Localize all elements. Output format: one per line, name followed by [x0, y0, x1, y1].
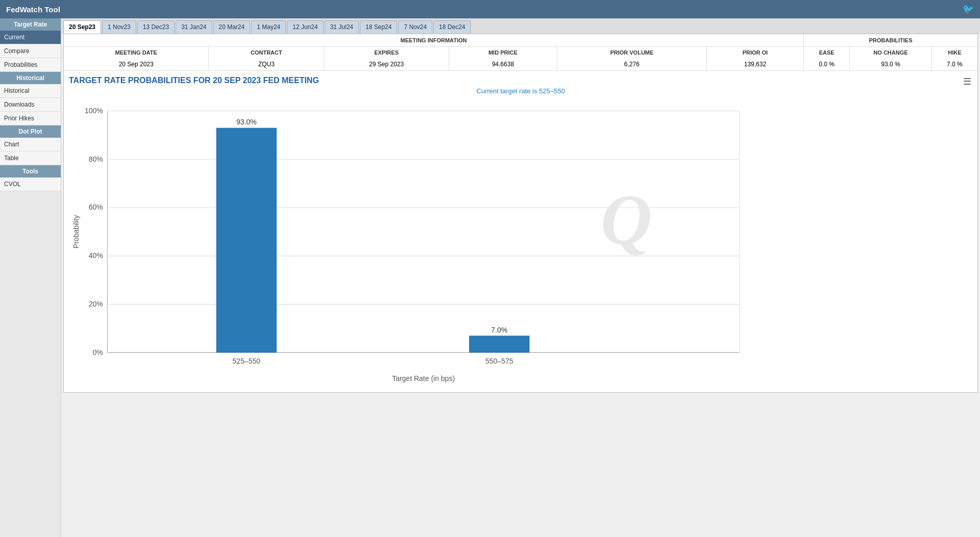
chart-title: TARGET RATE PROBABILITIES FOR 20 SEP 202…	[69, 76, 972, 85]
sidebar-section-header: Dot Plot	[0, 125, 61, 138]
probabilities-section: PROBABILITIES EASENO CHANGEHIKE 0.0 %93.…	[804, 34, 977, 70]
sidebar-item-historical[interactable]: Historical	[0, 84, 61, 98]
svg-text:60%: 60%	[89, 203, 103, 211]
probabilities-table: EASENO CHANGEHIKE 0.0 %93.0 %7.0 %	[804, 47, 977, 70]
twitter-icon: 🐦	[963, 4, 974, 15]
svg-text:Probability: Probability	[72, 215, 80, 248]
sidebar-section-header: Tools	[0, 165, 61, 177]
prob-col-ease: EASE	[804, 47, 850, 58]
meeting-col-meeting-date: MEETING DATE	[64, 47, 209, 58]
tab-31-jul24[interactable]: 31 Jul24	[325, 20, 359, 34]
sidebar: Target RateCurrentCompareProbabilitiesHi…	[0, 18, 61, 537]
meeting-table: MEETING DATECONTRACTEXPIRESMID PRICEPRIO…	[64, 47, 803, 70]
bar-525–550	[216, 128, 277, 353]
tab-1-nov23[interactable]: 1 Nov23	[102, 20, 136, 34]
sidebar-item-chart[interactable]: Chart	[0, 138, 61, 151]
sidebar-item-probabilities[interactable]: Probabilities	[0, 58, 61, 72]
main-layout: Target RateCurrentCompareProbabilitiesHi…	[0, 18, 980, 537]
tab-20-sep23[interactable]: 20 Sep23	[63, 20, 101, 34]
sidebar-item-table[interactable]: Table	[0, 151, 61, 165]
tab-1-may24[interactable]: 1 May24	[251, 20, 286, 34]
meeting-cell: 139,632	[706, 58, 803, 70]
svg-text:40%: 40%	[89, 251, 103, 260]
svg-text:Q: Q	[600, 180, 652, 259]
svg-text:7.0%: 7.0%	[491, 326, 507, 334]
meeting-col-contract: CONTRACT	[209, 47, 324, 58]
meeting-table-header: MEETING DATECONTRACTEXPIRESMID PRICEPRIO…	[64, 47, 803, 58]
prob-table-row: 0.0 %93.0 %7.0 %	[804, 58, 977, 70]
svg-text:525–550: 525–550	[233, 357, 261, 365]
content-panel: MEETING INFORMATION MEETING DATECONTRACT…	[63, 34, 978, 393]
meeting-cell: 94.6638	[449, 58, 557, 70]
sidebar-item-cvol[interactable]: CVOL	[0, 177, 61, 191]
tab-13-dec23[interactable]: 13 Dec23	[137, 20, 175, 34]
svg-text:80%: 80%	[89, 155, 103, 163]
probabilities-header: PROBABILITIES	[804, 34, 977, 47]
chart-subtitle: Current target rate is 525–550	[69, 87, 972, 95]
meeting-info-header: MEETING INFORMATION	[64, 34, 803, 47]
meeting-info-section: MEETING INFORMATION MEETING DATECONTRACT…	[64, 34, 977, 71]
meeting-cell: 6,276	[557, 58, 706, 70]
app-title: FedWatch Tool	[6, 5, 60, 14]
sidebar-section-header: Historical	[0, 72, 61, 84]
prob-col-hike: HIKE	[932, 47, 977, 58]
svg-text:550–575: 550–575	[485, 357, 513, 365]
sidebar-section-header: Target Rate	[0, 18, 61, 31]
meeting-col-prior-volume: PRIOR VOLUME	[557, 47, 706, 58]
bar-550–575	[469, 336, 529, 352]
prob-col-no-change: NO CHANGE	[850, 47, 932, 58]
tab-20-mar24[interactable]: 20 Mar24	[213, 20, 251, 34]
sidebar-item-current[interactable]: Current	[0, 31, 61, 44]
meeting-table-row: 20 Sep 2023ZQU329 Sep 202394.66386,27613…	[64, 58, 803, 70]
tab-18-sep24[interactable]: 18 Sep24	[360, 20, 397, 34]
meeting-col-prior-oi: PRIOR OI	[706, 47, 803, 58]
title-bar: FedWatch Tool 🐦	[0, 0, 980, 18]
main-content: 20 Sep231 Nov2313 Dec2331 Jan2420 Mar241…	[61, 18, 980, 537]
prob-cell: 0.0 %	[804, 58, 850, 70]
prob-cell: 7.0 %	[932, 58, 977, 70]
svg-text:100%: 100%	[85, 107, 103, 115]
svg-text:20%: 20%	[89, 300, 103, 308]
meeting-cell: ZQU3	[209, 58, 324, 70]
tab-7-nov24[interactable]: 7 Nov24	[398, 20, 432, 34]
meeting-details: MEETING INFORMATION MEETING DATECONTRACT…	[64, 34, 804, 70]
meeting-col-expires: EXPIRES	[324, 47, 449, 58]
tab-12-jun24[interactable]: 12 Jun24	[287, 20, 323, 34]
svg-text:Target Rate (in bps): Target Rate (in bps)	[392, 374, 455, 382]
sidebar-item-prior-hikes[interactable]: Prior Hikes	[0, 112, 61, 125]
meeting-cell: 29 Sep 2023	[324, 58, 449, 70]
menu-icon[interactable]: ☰	[963, 76, 971, 87]
prob-cell: 93.0 %	[850, 58, 932, 70]
bar-chart: 0%20%40%60%80%100%Q93.0%525–5507.0%550–5…	[69, 100, 972, 386]
svg-text:0%: 0%	[93, 348, 103, 356]
sidebar-item-downloads[interactable]: Downloads	[0, 98, 61, 112]
svg-text:93.0%: 93.0%	[236, 118, 257, 126]
tabs-bar: 20 Sep231 Nov2313 Dec2331 Jan2420 Mar241…	[61, 18, 980, 34]
chart-area: TARGET RATE PROBABILITIES FOR 20 SEP 202…	[64, 71, 977, 392]
sidebar-item-compare[interactable]: Compare	[0, 44, 61, 58]
tab-18-dec24[interactable]: 18 Dec24	[433, 20, 471, 34]
tab-31-jan24[interactable]: 31 Jan24	[176, 20, 212, 34]
meeting-cell: 20 Sep 2023	[64, 58, 209, 70]
prob-table-header: EASENO CHANGEHIKE	[804, 47, 977, 58]
meeting-col-mid-price: MID PRICE	[449, 47, 557, 58]
